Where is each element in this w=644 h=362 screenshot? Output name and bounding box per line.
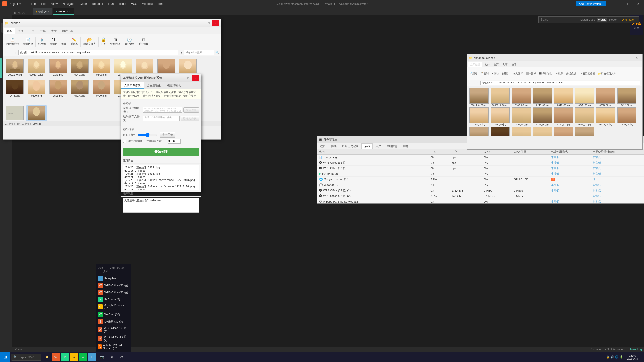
tm-col-power[interactable]: 电源使用情况	[549, 149, 591, 155]
tm-col-power-peak[interactable]: 电源使用情况峰值	[591, 149, 644, 155]
tab-close-1[interactable]: ×	[48, 10, 49, 13]
list-item[interactable]: 0717_00.jpg	[532, 107, 552, 126]
table-row[interactable]: 🅦WPS Office (32 位) (2) 0% 175.4 MB 0 MB/…	[317, 188, 644, 193]
app-list-item-wps3[interactable]: W WPS Office (32 位)(2)	[96, 325, 131, 334]
toolbar-icon-1[interactable]: ⊞	[14, 11, 17, 15]
toolbar-icon-3[interactable]: ⚙	[22, 11, 25, 15]
table-row[interactable]: 💬WeChat (10) 0% 0% 非常低 非常低	[317, 182, 644, 188]
dl-minimize-btn[interactable]: –	[178, 75, 185, 81]
ribbon-tab-file[interactable]: 文件	[15, 28, 26, 34]
list-item[interactable]: 0717.png	[70, 79, 90, 104]
app-list-item-wechat[interactable]: W WeChat (10)	[96, 311, 131, 318]
list-item[interactable]: Solvay_conference_1927_2_16_00.jpg	[532, 127, 552, 136]
ribbon-tab-home[interactable]: 主页	[26, 28, 37, 34]
table-row[interactable]: 🛡Alibaba PC Safe Service (32 0% 0% 非常低 非…	[317, 199, 644, 204]
close-button[interactable]: ×	[632, 0, 644, 8]
dl-start-btn[interactable]: 开始处理	[123, 148, 199, 156]
taskbar-icon-2[interactable]: W	[52, 353, 60, 361]
dl-select-video-btn[interactable]: 选择视频	[183, 107, 199, 113]
tm-tab-details[interactable]: 详细信息	[384, 143, 400, 149]
app-list-item-pycharm[interactable]: P PyCharm (3)	[96, 296, 131, 303]
tm-col-name[interactable]: 名称	[317, 149, 404, 155]
fe-close-btn[interactable]: ×	[212, 20, 219, 26]
ea-btn-detail[interactable]: ☰详细信息	[538, 71, 553, 76]
toolbar-move-btn[interactable]: ✂️ 移动到	[37, 37, 47, 46]
list-item[interactable]: 0777_00.jpg	[469, 127, 489, 136]
list-item[interactable]: 马斯克_00.jpg	[575, 127, 595, 136]
ea-btn-delete[interactable]: 🗑删除	[501, 71, 510, 76]
list-item[interactable]: 0143.png	[48, 58, 68, 77]
list-item[interactable]: 0599_00.jpg	[511, 107, 531, 126]
nav-dropdown-btn[interactable]: ▼	[179, 51, 184, 54]
app-list-item-everything[interactable]: E Everything	[96, 275, 131, 282]
tray-icon-1[interactable]: 🔒	[606, 355, 610, 359]
taskbar-icon-4[interactable]: G	[70, 353, 78, 361]
ea-btn-select[interactable]: ✓项目复选框	[579, 71, 596, 76]
dl-maximize-btn[interactable]: □	[185, 75, 192, 81]
app-list-item-wps4[interactable]: W WPS Office (32 位)(2)	[96, 334, 131, 343]
table-row[interactable]: 🅦WPS Office (32 位) (2) 2.3% 140.4 MB 0.1…	[317, 193, 644, 199]
dl-video-input[interactable]: b1/test_img/video/e07055-8201-d376a50-ba…	[143, 107, 182, 113]
ribbon-tab-manage[interactable]: 管理	[4, 28, 15, 34]
search-box[interactable]: aligned 中搜索	[184, 50, 214, 55]
table-row[interactable]: 🌐Google Chrome (18 6.9% 0% GPU 0 - 3D 高 …	[317, 177, 644, 182]
ea-tab-file[interactable]: 文件	[482, 62, 492, 67]
minimize-button[interactable]: –	[609, 0, 621, 8]
list-item[interactable]: 0342_00.jpg	[553, 88, 574, 106]
menu-help[interactable]: Help	[155, 0, 167, 8]
dl-close-btn[interactable]: ×	[192, 75, 199, 81]
table-row[interactable]: 🅦WPS Office (32 位) 0% bps 0% 非常低 非常低	[317, 160, 644, 166]
ea-tab-share[interactable]: 共享	[501, 62, 510, 67]
menu-navigate[interactable]: Navigate	[60, 0, 77, 8]
toolbar-delete-btn[interactable]: 🗑 删除	[60, 37, 68, 46]
toolbar-select-all-btn[interactable]: ⊞ 全部选择	[109, 37, 122, 46]
nav-forward-btn[interactable]: →	[9, 51, 14, 54]
fe-maximize-btn[interactable]: □	[205, 20, 212, 26]
ea-back-btn[interactable]: ←	[468, 81, 472, 84]
dl-enhance-ref-btn[interactable]: 参考图像	[160, 132, 175, 138]
tm-col-engine[interactable]: GPU 引擎	[512, 149, 549, 155]
toolbar-paste-btn[interactable]: 📄 复制路径	[21, 37, 34, 46]
list-item[interactable]: SOLVAY Solvay_conference_1927_0018.png	[5, 105, 25, 121]
ea-btn-sort[interactable]: ⇅排序	[555, 71, 564, 76]
ribbon-tab-view[interactable]: 查看	[49, 28, 59, 34]
table-row[interactable]: PPyCharm (3) 0% 0% 非常低 非常低	[317, 171, 644, 177]
list-item[interactable]: 0500_00.jpg	[490, 107, 510, 126]
list-item[interactable]: 00050_0.jpg	[26, 58, 47, 77]
address-bar[interactable]: 此电脑 › text (F:) › work › facereal › _int…	[18, 50, 178, 55]
taskbar-icon-7[interactable]: 📷	[97, 352, 107, 362]
menu-edit[interactable]: Edit	[38, 0, 49, 8]
tm-tab-history[interactable]: 应用历史记录	[339, 143, 361, 149]
tm-col-mem[interactable]: 内存	[450, 149, 482, 155]
list-item[interactable]: 0444_00.jpg	[469, 107, 489, 126]
tm-tab-services[interactable]: 服务	[400, 143, 411, 149]
dl-tab-video[interactable]: 视频清晰化	[164, 82, 184, 89]
fe-minimize-btn[interactable]: –	[198, 20, 205, 26]
list-item[interactable]: 0500.png	[26, 79, 47, 104]
taskbar-icon-3[interactable]: P	[61, 353, 69, 361]
statusbar-event-log[interactable]: Event Log	[627, 348, 644, 351]
menu-tools[interactable]: Tools	[116, 0, 129, 8]
list-item[interactable]: 马斯克.jpg	[26, 105, 47, 121]
project-dropdown[interactable]: Project ▼	[9, 2, 21, 6]
dl-fps-input[interactable]	[168, 139, 181, 144]
taskbar-icon-9[interactable]: ⚙	[117, 352, 127, 362]
tab-gui-py[interactable]: ● gui.py ×	[33, 8, 52, 15]
nav-back-btn[interactable]: ←	[4, 51, 9, 54]
tray-icon-3[interactable]: 🌐	[615, 355, 619, 359]
toolbar-newfolder-btn[interactable]: 📂 新建文件夹	[82, 37, 97, 46]
ea-btn-view2[interactable]: ▦中图标	[525, 71, 537, 76]
taskbar-icon-5[interactable]: W	[79, 353, 87, 361]
list-item[interactable]: 0240.png	[70, 58, 90, 77]
ea-forward-btn[interactable]: →	[472, 81, 476, 84]
dl-log-content[interactable]: [19/23] 正在处理 0885.jpg detect 1 faces [20…	[123, 165, 199, 190]
tm-tab-startup[interactable]: 启动	[361, 143, 373, 149]
maximize-button[interactable]: □	[621, 0, 632, 8]
tab-main-ui[interactable]: ■ main.ui ×	[53, 8, 74, 15]
statusbar-interpreter[interactable]: <No interpreter>	[603, 348, 627, 351]
toolbar-icon-4[interactable]: —	[26, 11, 29, 15]
taskbar-icon-1[interactable]: 📁	[43, 353, 51, 361]
ribbon-tab-picture-tools[interactable]: 图片工具	[60, 28, 76, 34]
app-list-item-wps1[interactable]: W WPS Office (32 位)	[96, 282, 131, 289]
tm-col-cpu[interactable]: CPU	[428, 149, 449, 155]
